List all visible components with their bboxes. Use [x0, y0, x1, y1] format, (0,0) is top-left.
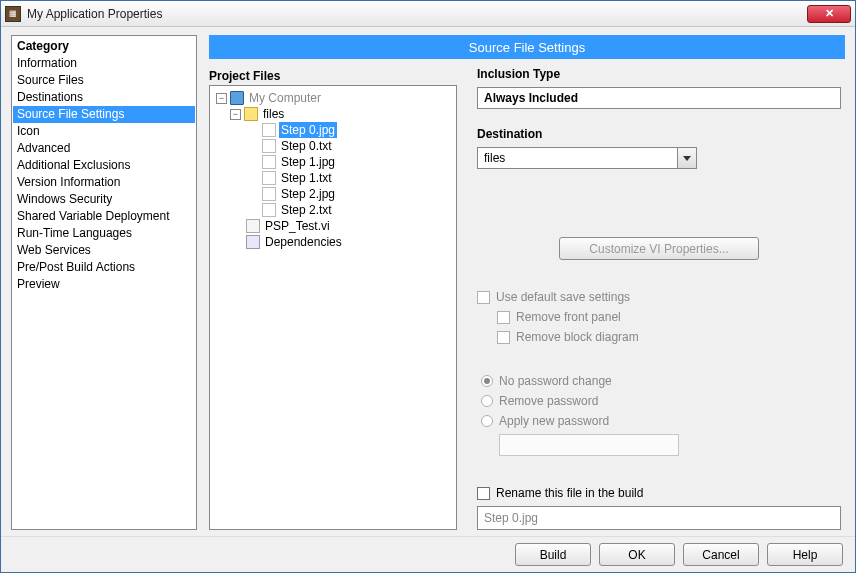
- remove-password-radio[interactable]: Remove password: [481, 394, 841, 408]
- apply-password-radio[interactable]: Apply new password: [481, 414, 841, 428]
- tree-label-vi: PSP_Test.vi: [263, 218, 332, 234]
- category-item-source-files[interactable]: Source Files: [13, 72, 195, 89]
- radio-icon: [481, 415, 493, 427]
- remove-block-diagram-checkbox[interactable]: Remove block diagram: [497, 330, 841, 344]
- category-item-windows-security[interactable]: Windows Security: [13, 191, 195, 208]
- category-item-additional-exclusions[interactable]: Additional Exclusions: [13, 157, 195, 174]
- tree-node-file[interactable]: Step 2.jpg: [212, 186, 454, 202]
- file-icon: [262, 139, 276, 153]
- titlebar[interactable]: ▦ My Application Properties ✕: [1, 1, 855, 27]
- category-item-advanced[interactable]: Advanced: [13, 140, 195, 157]
- customize-vi-properties-button[interactable]: Customize VI Properties...: [559, 237, 759, 260]
- tree-node-root[interactable]: − My Computer: [212, 90, 454, 106]
- destination-dropdown[interactable]: files: [477, 147, 697, 169]
- no-password-radio[interactable]: No password change: [481, 374, 841, 388]
- remove-password-label: Remove password: [499, 394, 598, 408]
- collapse-icon[interactable]: −: [216, 93, 227, 104]
- use-default-save-checkbox[interactable]: Use default save settings: [477, 290, 841, 304]
- tree-node-vi[interactable]: PSP_Test.vi: [212, 218, 454, 234]
- category-item-version-information[interactable]: Version Information: [13, 174, 195, 191]
- tree-label-file: Step 2.jpg: [279, 186, 337, 202]
- tree-label-file: Step 0.jpg: [279, 122, 337, 138]
- destination-value: files: [477, 147, 677, 169]
- tree-node-dependencies[interactable]: Dependencies: [212, 234, 454, 250]
- tree-label-deps: Dependencies: [263, 234, 344, 250]
- destination-label: Destination: [477, 127, 841, 141]
- category-list: Category Information Source Files Destin…: [11, 35, 197, 530]
- radio-icon: [481, 395, 493, 407]
- tree-node-file[interactable]: Step 1.txt: [212, 170, 454, 186]
- tree-node-file[interactable]: Step 2.txt: [212, 202, 454, 218]
- tree-label-file: Step 2.txt: [279, 202, 334, 218]
- remove-block-diagram-label: Remove block diagram: [516, 330, 639, 344]
- collapse-icon[interactable]: −: [230, 109, 241, 120]
- close-button[interactable]: ✕: [807, 5, 851, 23]
- file-icon: [262, 123, 276, 137]
- remove-front-panel-checkbox[interactable]: Remove front panel: [497, 310, 841, 324]
- dialog-footer: Build OK Cancel Help: [1, 536, 855, 572]
- category-item-destinations[interactable]: Destinations: [13, 89, 195, 106]
- help-button[interactable]: Help: [767, 543, 843, 566]
- dialog-body: Category Information Source Files Destin…: [1, 27, 855, 536]
- vi-icon: [246, 219, 260, 233]
- checkbox-icon: [497, 311, 510, 324]
- remove-front-panel-label: Remove front panel: [516, 310, 621, 324]
- category-item-source-file-settings[interactable]: Source File Settings: [13, 106, 195, 123]
- window-title: My Application Properties: [27, 7, 807, 21]
- dialog-window: ▦ My Application Properties ✕ Category I…: [0, 0, 856, 573]
- tree-label-file: Step 0.txt: [279, 138, 334, 154]
- dependencies-icon: [246, 235, 260, 249]
- checkbox-icon: [497, 331, 510, 344]
- app-icon: ▦: [5, 6, 21, 22]
- tree-node-file[interactable]: Step 1.jpg: [212, 154, 454, 170]
- category-item-icon[interactable]: Icon: [13, 123, 195, 140]
- file-icon: [262, 171, 276, 185]
- tree-label-folder: files: [261, 106, 286, 122]
- tree-label-file: Step 1.jpg: [279, 154, 337, 170]
- right-pane: Source File Settings Project Files − My …: [209, 35, 845, 530]
- password-input[interactable]: [499, 434, 679, 456]
- inclusion-type-label: Inclusion Type: [477, 67, 841, 81]
- tree-label-file: Step 1.txt: [279, 170, 334, 186]
- settings-panel: Inclusion Type Always Included Destinati…: [477, 67, 845, 530]
- page-title-banner: Source File Settings: [209, 35, 845, 59]
- tree-node-file[interactable]: Step 0.jpg: [212, 122, 454, 138]
- folder-icon: [244, 107, 258, 121]
- checkbox-icon: [477, 487, 490, 500]
- apply-password-label: Apply new password: [499, 414, 609, 428]
- computer-icon: [230, 91, 244, 105]
- tree-label-root: My Computer: [247, 90, 323, 106]
- file-icon: [262, 203, 276, 217]
- category-item-information[interactable]: Information: [13, 55, 195, 72]
- category-item-web-services[interactable]: Web Services: [13, 242, 195, 259]
- build-button[interactable]: Build: [515, 543, 591, 566]
- category-item-shared-variable-deployment[interactable]: Shared Variable Deployment: [13, 208, 195, 225]
- radio-icon: [481, 375, 493, 387]
- project-files-label: Project Files: [209, 67, 457, 85]
- inclusion-type-value: Always Included: [477, 87, 841, 109]
- tree-node-file[interactable]: Step 0.txt: [212, 138, 454, 154]
- use-default-save-label: Use default save settings: [496, 290, 630, 304]
- project-files-panel: Project Files − My Computer − files: [209, 67, 457, 530]
- tree-node-folder[interactable]: − files: [212, 106, 454, 122]
- rename-file-label: Rename this file in the build: [496, 486, 643, 500]
- project-files-tree[interactable]: − My Computer − files Step 0.jpg: [209, 85, 457, 530]
- category-item-pre-post-build[interactable]: Pre/Post Build Actions: [13, 259, 195, 276]
- category-item-run-time-languages[interactable]: Run-Time Languages: [13, 225, 195, 242]
- file-icon: [262, 155, 276, 169]
- chevron-down-icon: [683, 156, 691, 161]
- rename-file-checkbox[interactable]: Rename this file in the build: [477, 486, 841, 500]
- ok-button[interactable]: OK: [599, 543, 675, 566]
- rename-file-input[interactable]: Step 0.jpg: [477, 506, 841, 530]
- category-item-preview[interactable]: Preview: [13, 276, 195, 293]
- cancel-button[interactable]: Cancel: [683, 543, 759, 566]
- category-header: Category: [13, 37, 195, 55]
- checkbox-icon: [477, 291, 490, 304]
- no-password-label: No password change: [499, 374, 612, 388]
- dropdown-button[interactable]: [677, 147, 697, 169]
- file-icon: [262, 187, 276, 201]
- panels: Project Files − My Computer − files: [209, 67, 845, 530]
